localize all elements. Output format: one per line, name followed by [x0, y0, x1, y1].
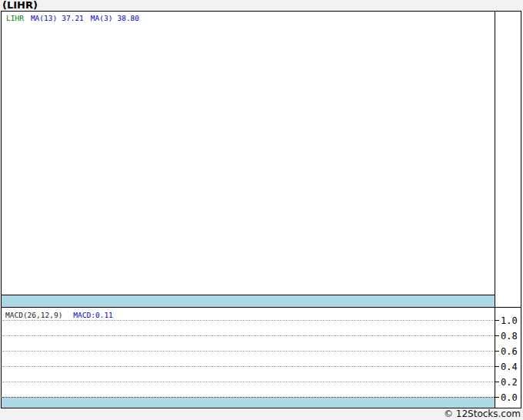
y-axis-tick: 0.2 [495, 377, 518, 387]
y-axis-tick-label: 0.2 [501, 377, 518, 388]
symbol-label: LIHR [6, 14, 24, 22]
ma13-label: MA(13) [31, 14, 57, 22]
y-axis-tick-label: 0.4 [501, 362, 518, 372]
chart-title: (LIHR) [2, 0, 38, 11]
tick-mark [495, 397, 499, 398]
chart-container: LIHRMA(13)37.21MA(3)38.80 MACD(26,12,9)M… [1, 11, 521, 408]
ma3-value: 38.80 [117, 14, 139, 22]
ma3-label: MA(3) [91, 14, 113, 22]
macd-gridline [2, 366, 495, 367]
macd-gridline [2, 335, 495, 336]
copyright-text: © 12Stocks.com [0, 408, 521, 420]
y-axis-tick-label: 1.0 [501, 315, 518, 326]
macd-indicator-label: MACD(26,12,9) [5, 311, 62, 319]
y-axis-tick: 0.8 [495, 331, 518, 341]
panel-divider [2, 307, 521, 308]
volume-band [2, 295, 495, 307]
price-legend: LIHRMA(13)37.21MA(3)38.80 [6, 14, 139, 22]
tick-mark [495, 366, 499, 367]
macd-indicator-value: MACD:0.11 [73, 311, 112, 319]
tick-mark [495, 320, 499, 321]
macd-legend: MACD(26,12,9)MACD:0.11 [5, 311, 113, 319]
y-axis-tick-label: 0.0 [501, 392, 518, 403]
y-axis-tick: 0.4 [495, 362, 518, 372]
macd-gridline [2, 351, 495, 352]
y-axis-tick: 0.0 [495, 392, 518, 402]
macd-gridline [2, 382, 495, 382]
macd-band [2, 398, 495, 408]
tick-mark [495, 351, 499, 352]
y-axis-tick: 0.6 [495, 346, 518, 356]
stock-chart-page: { "page": { "title": "(LIHR)" }, "main_c… [0, 0, 523, 420]
y-axis-tick-label: 0.6 [501, 346, 518, 357]
tick-mark [495, 335, 499, 336]
y-axis-tick: 1.0 [495, 315, 518, 325]
tick-mark [495, 382, 499, 382]
y-axis-tick-label: 0.8 [501, 331, 518, 342]
macd-gridline [2, 320, 495, 321]
ma13-value: 37.21 [62, 14, 84, 22]
